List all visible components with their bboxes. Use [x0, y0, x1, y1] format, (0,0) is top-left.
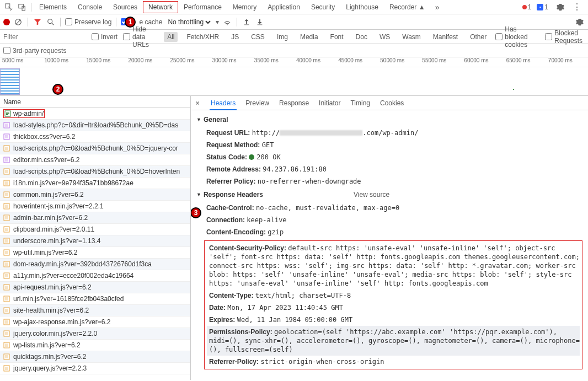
type-chip-doc[interactable]: Doc [352, 32, 371, 42]
type-chip-all[interactable]: All [164, 32, 178, 42]
settings-gear-icon[interactable] [556, 3, 565, 12]
top-tab-memory[interactable]: Memory [227, 1, 262, 13]
more-tabs-icon[interactable]: » [433, 3, 442, 12]
download-har-icon[interactable] [255, 17, 265, 27]
hide-data-urls-checkbox[interactable]: Hide data URLs [123, 25, 158, 49]
clear-button-icon[interactable] [13, 17, 23, 27]
type-chip-media[interactable]: Media [297, 32, 322, 42]
timeline-tick: 10000 ms [42, 57, 84, 67]
svg-rect-40 [5, 286, 8, 289]
file-type-icon [3, 353, 10, 360]
request-row[interactable]: thickbox.css?ver=6.2 [0, 131, 190, 143]
request-row[interactable]: load-scripts.php?c=0&load%5Bchunk_0%5D=h… [0, 166, 190, 178]
timeline-ticks: 5000 ms10000 ms15000 ms20000 ms25000 ms3… [0, 57, 588, 67]
type-chip-fetchxhr[interactable]: Fetch/XHR [183, 32, 222, 42]
search-icon[interactable] [46, 17, 56, 27]
type-chip-manifest[interactable]: Manifest [430, 32, 461, 42]
general-section-header[interactable]: ▼ General [196, 112, 582, 127]
issue-counter[interactable]: •1 [537, 3, 548, 11]
top-tab-recorder[interactable]: Recorder ▲ [384, 1, 431, 13]
detail-tab-response[interactable]: Response [278, 97, 310, 109]
type-chip-js[interactable]: JS [228, 32, 242, 42]
preserve-log-checkbox[interactable]: Preserve log [65, 18, 111, 26]
top-tab-console[interactable]: Console [72, 1, 108, 13]
request-row[interactable]: wp-ajax-response.min.js?ver=6.2 [0, 316, 190, 328]
device-toolbar-icon[interactable] [18, 3, 26, 12]
timeline-tick: 50000 ms [378, 57, 420, 67]
name-column-header[interactable]: Name [0, 96, 190, 108]
timeline-overview[interactable]: 5000 ms10000 ms15000 ms20000 ms25000 ms3… [0, 57, 588, 96]
detail-tab-cookies[interactable]: Cookies [379, 97, 405, 109]
request-row[interactable]: common.min.js?ver=6.2 [0, 189, 190, 201]
type-chip-wasm[interactable]: Wasm [399, 32, 424, 42]
request-row[interactable]: admin-bar.min.js?ver=6.2 [0, 212, 190, 224]
request-row[interactable]: wp-admin/ [0, 108, 190, 120]
filter-input[interactable] [3, 33, 86, 41]
request-name: wp-util.min.js?ver=6.2 [13, 249, 77, 256]
request-row[interactable]: api-request.min.js?ver=6.2 [0, 282, 190, 293]
request-row[interactable]: jquery.query.js?ver=2.2.3 [0, 363, 190, 374]
badge-1: 1 [125, 17, 136, 28]
request-name: wp-ajax-response.min.js?ver=6.2 [13, 318, 110, 326]
request-row[interactable]: load-styles.php?c=0&dir=ltr&load%5Bchunk… [0, 120, 190, 131]
request-row[interactable]: clipboard.min.js?ver=2.0.11 [0, 224, 190, 235]
record-button[interactable] [3, 19, 10, 25]
type-chip-css[interactable]: CSS [248, 32, 268, 42]
collapse-triangle-icon: ▼ [196, 192, 201, 197]
top-tab-application[interactable]: Application [262, 1, 306, 13]
request-row[interactable]: editor.min.css?ver=6.2 [0, 154, 190, 166]
svg-rect-18 [5, 158, 8, 162]
request-row[interactable]: site-health.min.js?ver=6.2 [0, 305, 190, 316]
error-counter[interactable]: 1 [522, 3, 532, 11]
error-count: 1 [528, 3, 532, 11]
request-row[interactable]: quicktags.min.js?ver=6.2 [0, 351, 190, 363]
type-chip-img[interactable]: Img [274, 32, 291, 42]
invert-checkbox[interactable]: Invert [92, 33, 117, 41]
type-chip-other[interactable]: Other [467, 32, 490, 42]
request-row[interactable]: url.min.js?ver=16185fce2fb043a0cfed [0, 293, 190, 305]
network-conditions-icon[interactable] [222, 17, 232, 27]
inspect-element-icon[interactable] [4, 3, 13, 12]
request-row[interactable]: wp-util.min.js?ver=6.2 [0, 247, 190, 259]
throttling-select[interactable]: No throttling [165, 18, 212, 26]
svg-line-4 [16, 19, 21, 24]
svg-rect-14 [5, 135, 8, 138]
has-blocked-cookies-checkbox[interactable]: Has blocked cookies [495, 25, 539, 49]
timeline-tick: 5000 ms [0, 57, 42, 67]
detail-tab-preview[interactable]: Preview [244, 97, 270, 109]
top-tab-performance[interactable]: Performance [178, 1, 227, 13]
request-row[interactable]: jquery.color.min.js?ver=2.2.0 [0, 328, 190, 340]
request-row[interactable]: underscore.min.js?ver=1.13.4 [0, 235, 190, 247]
top-tab-lighthouse[interactable]: Lighthouse [340, 1, 384, 13]
type-chip-ws[interactable]: WS [376, 32, 393, 42]
top-tab-network[interactable]: Network [143, 1, 178, 13]
detail-tab-headers[interactable]: Headers [210, 97, 237, 110]
throttle-dropdown-icon[interactable]: ▾ [216, 18, 219, 26]
detail-tab-timing[interactable]: Timing [349, 97, 371, 109]
view-source-link[interactable]: View source [354, 191, 389, 198]
filter-funnel-icon[interactable] [33, 17, 42, 27]
third-party-checkbox[interactable]: 3rd-party requests [3, 47, 66, 55]
request-row[interactable]: hoverintent-js.min.js?ver=2.2.1 [0, 201, 190, 212]
detail-tab-initiator[interactable]: Initiator [318, 97, 341, 109]
file-type-icon [3, 180, 10, 186]
response-headers-section-header[interactable]: ▼ Response Headers View source [196, 187, 582, 202]
upload-har-icon[interactable] [242, 17, 252, 27]
request-row[interactable]: dom-ready.min.js?ver=392bdd43726760d1f3c… [0, 259, 190, 270]
top-tab-elements[interactable]: Elements [34, 1, 72, 13]
settings-gear-icon[interactable] [575, 17, 585, 27]
request-row[interactable]: wp-lists.min.js?ver=6.2 [0, 340, 190, 351]
disable-cache-checkbox[interactable]: 1 e cache [121, 17, 162, 28]
request-row[interactable]: i18n.min.js?ver=9e794f35a71bb98672ae [0, 178, 190, 189]
header-kv-row: Referrer-Policy: strict-origin-when-cros… [207, 356, 580, 368]
request-row[interactable]: a11y.min.js?ver=ecce20f002eda4c19664 [0, 270, 190, 282]
top-tab-security[interactable]: Security [306, 1, 340, 13]
close-details-icon[interactable]: × [193, 99, 202, 108]
kebab-menu-icon[interactable]: ⋮ [573, 2, 581, 12]
top-tab-sources[interactable]: Sources [108, 1, 143, 13]
blocked-requests-checkbox[interactable]: Blocked Requests [545, 29, 585, 45]
svg-rect-36 [5, 262, 8, 266]
header-kv-row: Cache-Control: no-cache, must-revalidate… [196, 202, 582, 214]
type-chip-font[interactable]: Font [327, 32, 347, 42]
request-row[interactable]: load-scripts.php?c=0&load%5Bchunk_0%5D=j… [0, 143, 190, 154]
